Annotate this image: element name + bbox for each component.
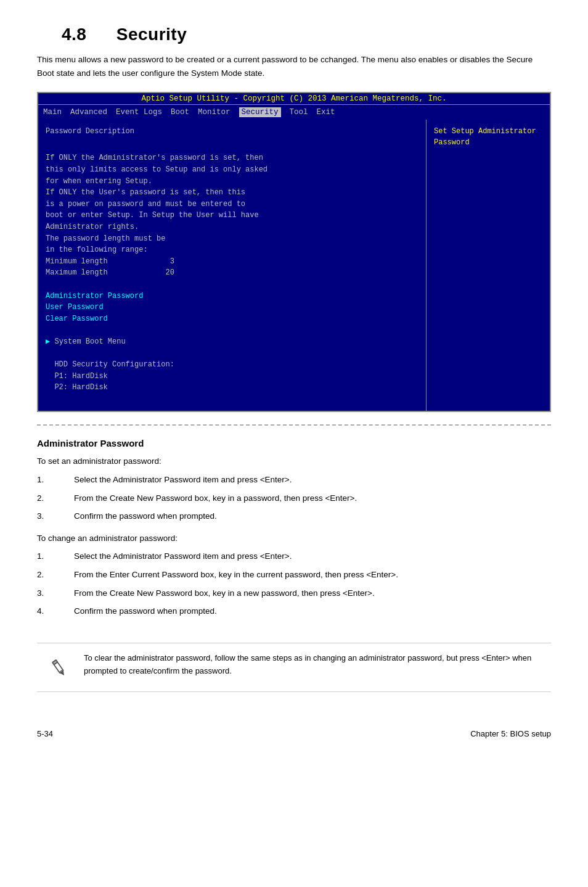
change-steps-list: 1. Select the Administrator Password ite… [37,550,551,617]
bios-menu-monitor[interactable]: Monitor [198,108,231,117]
bios-menu-exit[interactable]: Exit [317,108,335,117]
note-icon [43,652,74,683]
bios-user-password-link[interactable]: User Password [46,302,419,313]
set-step-1: 1. Select the Administrator Password ite… [37,473,551,487]
change-step-3: 3. From the Create New Password box, key… [37,587,551,600]
admin-password-title: Administrator Password [37,438,551,448]
change-step-2: 2. From the Enter Current Password box, … [37,568,551,582]
bios-body: Password Description If ONLY the Adminis… [38,120,550,411]
intro-text: This menu allows a new password to be cr… [37,53,542,80]
bios-admin-password-link[interactable]: Administrator Password [46,291,419,302]
bios-screen: Aptio Setup Utility - Copyright (C) 2013… [37,92,551,412]
bios-right-panel: Set Setup AdministratorPassword [427,120,550,411]
section-title: 4.8 Security [37,25,551,44]
bios-system-boot-menu[interactable]: ▶ System Boot Menu [46,336,419,348]
bios-menu-boot[interactable]: Boot [171,108,189,117]
bios-menubar: Main Advanced Event Logs Boot Monitor Se… [38,105,550,120]
set-step-3: 3. Confirm the password when prompted. [37,510,551,523]
change-intro-text: To change an administrator password: [37,532,551,545]
dashed-separator [37,424,551,426]
page-footer: 5-34 Chapter 5: BIOS setup [37,729,551,738]
note-text: To clear the administrator password, fol… [84,652,545,678]
footer-page-number: 5-34 [37,729,53,738]
set-step-2: 2. From the Create New Password box, key… [37,492,551,505]
bios-header: Aptio Setup Utility - Copyright (C) 2013… [38,93,550,105]
bios-p2-harddisk: P2: HardDisk [46,382,419,394]
bios-description-text: If ONLY the Administrator's password is … [46,141,419,405]
bios-menu-tool[interactable]: Tool [290,108,308,117]
pencil-icon [46,654,71,680]
footer-chapter: Chapter 5: BIOS setup [470,729,551,738]
bios-menu-eventlogs[interactable]: Event Logs [116,108,162,117]
change-step-4: 4. Confirm the password when prompted. [37,604,551,618]
set-intro-text: To set an administrator password: [37,455,551,468]
note-box: To clear the administrator password, fol… [37,643,551,692]
bios-p1-harddisk: P1: HardDisk [46,371,419,382]
bios-menu-advanced[interactable]: Advanced [70,108,107,117]
bios-left-panel: Password Description If ONLY the Adminis… [38,120,427,411]
bios-menu-main[interactable]: Main [43,108,62,117]
bios-clear-password-link[interactable]: Clear Password [46,313,419,325]
svg-rect-0 [46,654,71,680]
set-steps-list: 1. Select the Administrator Password ite… [37,473,551,523]
bios-help-text: Set Setup AdministratorPassword [434,126,542,148]
bios-menu-security[interactable]: Security [239,107,281,117]
change-step-1: 1. Select the Administrator Password ite… [37,550,551,563]
bios-password-description-title: Password Description [46,126,419,138]
